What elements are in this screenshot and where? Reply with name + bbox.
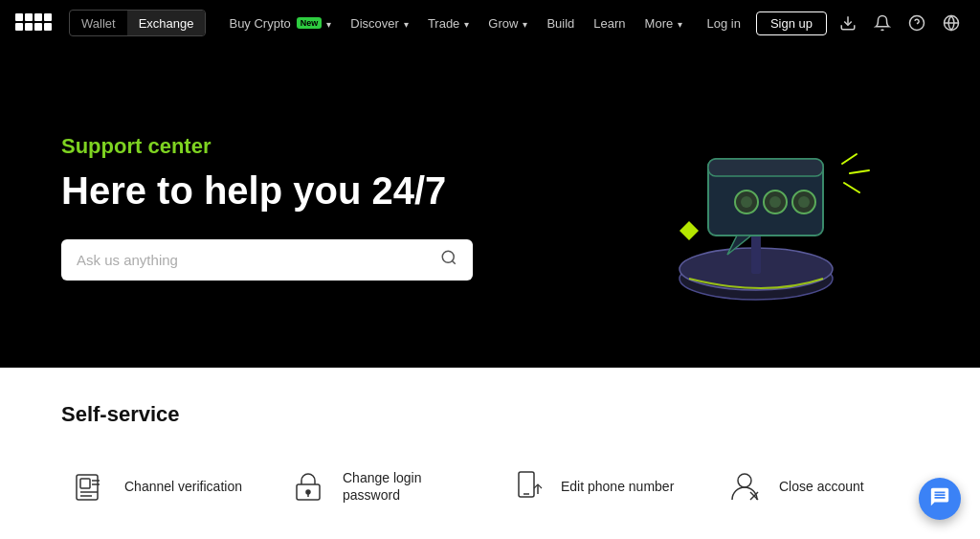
notifications-icon[interactable] xyxy=(869,10,896,36)
build-link[interactable]: Build xyxy=(539,12,582,34)
trade-link[interactable]: Trade xyxy=(420,12,477,34)
hero-illustration xyxy=(593,92,919,322)
svg-line-27 xyxy=(842,154,857,164)
grow-chevron-icon xyxy=(521,16,527,31)
change-password-item[interactable]: Change login password xyxy=(279,454,482,519)
chat-support-button[interactable] xyxy=(919,478,961,520)
svg-line-29 xyxy=(844,183,859,192)
edit-google-item[interactable]: Edit Google xyxy=(498,527,701,539)
svg-marker-30 xyxy=(679,221,699,240)
channel-verification-icon xyxy=(69,465,111,507)
channel-verification-item[interactable]: Channel verification xyxy=(61,454,264,519)
svg-line-14 xyxy=(452,260,455,263)
svg-rect-2 xyxy=(15,23,23,31)
search-input[interactable] xyxy=(77,252,440,268)
svg-line-28 xyxy=(850,170,869,173)
nav-right-actions: Log in Sign up xyxy=(699,10,965,36)
signup-button[interactable]: Sign up xyxy=(756,11,827,35)
service-grid-row2: Change email address Freeze account xyxy=(61,527,919,539)
more-chevron-icon xyxy=(676,16,682,31)
freeze-account-item[interactable]: Freeze account xyxy=(279,527,482,539)
edit-phone-label: Edit phone number xyxy=(561,478,674,495)
svg-rect-5 xyxy=(44,13,52,21)
empty-item xyxy=(716,527,919,539)
buy-crypto-link[interactable]: Buy Crypto New xyxy=(221,12,339,34)
search-icon[interactable] xyxy=(440,249,457,271)
discover-link[interactable]: Discover xyxy=(343,12,416,34)
new-badge: New xyxy=(297,17,323,29)
self-service-section: Self-service Channel verification xyxy=(0,368,980,539)
svg-point-13 xyxy=(442,251,454,262)
logo[interactable] xyxy=(15,11,54,34)
svg-point-43 xyxy=(738,474,751,487)
navbar: Wallet Exchange Buy Crypto New Discover … xyxy=(0,0,980,46)
svg-rect-19 xyxy=(708,159,823,176)
chat-icon xyxy=(929,486,950,512)
svg-point-23 xyxy=(741,196,752,208)
trade-chevron-icon xyxy=(462,16,469,31)
service-grid-row1: Channel verification Change login passwo… xyxy=(61,454,919,519)
phone-icon xyxy=(505,465,547,507)
hero-section: Support center Here to help you 24/7 xyxy=(0,46,980,368)
grow-link[interactable]: Grow xyxy=(480,12,535,34)
download-icon[interactable] xyxy=(835,10,861,36)
svg-rect-0 xyxy=(15,13,23,21)
help-icon[interactable] xyxy=(903,10,930,36)
buy-crypto-chevron-icon xyxy=(324,16,331,31)
change-email-item[interactable]: Change email address xyxy=(61,527,264,539)
self-service-title: Self-service xyxy=(61,402,919,427)
wallet-exchange-toggle: Wallet Exchange xyxy=(69,10,206,36)
password-icon xyxy=(287,465,329,507)
svg-rect-3 xyxy=(25,23,33,31)
svg-rect-40 xyxy=(519,472,534,497)
more-link[interactable]: More xyxy=(637,12,691,34)
svg-point-38 xyxy=(306,490,310,494)
okx-logo-icon xyxy=(15,13,54,33)
close-account-icon xyxy=(724,465,766,507)
svg-rect-32 xyxy=(80,479,90,488)
svg-point-25 xyxy=(798,196,810,208)
svg-rect-1 xyxy=(25,13,33,21)
wallet-tab[interactable]: Wallet xyxy=(70,11,127,35)
edit-phone-item[interactable]: Edit phone number xyxy=(498,454,701,519)
search-bar xyxy=(61,239,473,281)
hero-title: Here to help you 24/7 xyxy=(61,168,559,213)
close-account-label: Close account xyxy=(779,478,864,495)
exchange-tab[interactable]: Exchange xyxy=(127,11,206,35)
svg-rect-7 xyxy=(44,23,52,31)
svg-rect-4 xyxy=(34,13,42,21)
language-icon[interactable] xyxy=(938,10,965,36)
svg-point-24 xyxy=(769,196,781,208)
nav-links: Buy Crypto New Discover Trade Grow Build… xyxy=(221,12,691,34)
hero-content: Support center Here to help you 24/7 xyxy=(61,134,559,281)
discover-chevron-icon xyxy=(402,16,409,31)
change-password-label: Change login password xyxy=(343,469,475,504)
support-center-label: Support center xyxy=(61,134,559,159)
login-button[interactable]: Log in xyxy=(699,12,747,34)
close-account-item[interactable]: Close account xyxy=(716,454,919,519)
robot-illustration xyxy=(612,92,900,322)
channel-verification-label: Channel verification xyxy=(124,478,242,495)
learn-link[interactable]: Learn xyxy=(586,12,633,34)
svg-rect-6 xyxy=(34,23,42,31)
